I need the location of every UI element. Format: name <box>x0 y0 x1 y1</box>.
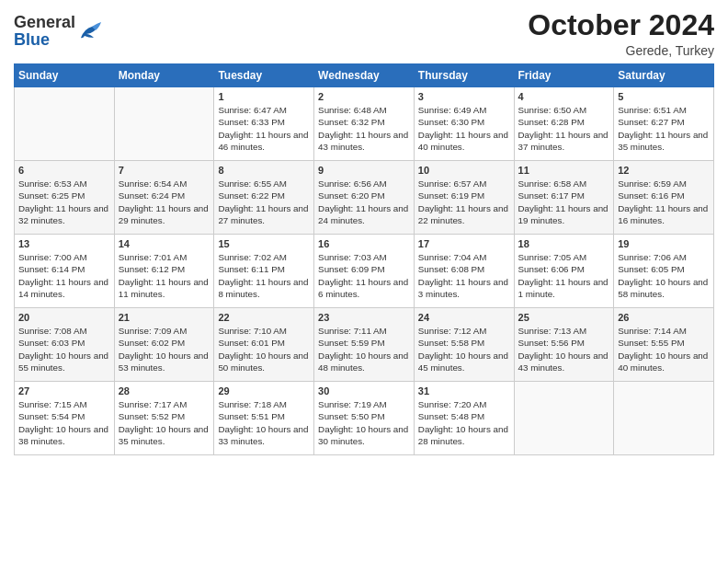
calendar-cell: 4Sunrise: 6:50 AMSunset: 6:28 PMDaylight… <box>514 87 614 161</box>
day-info: Sunrise: 6:51 AMSunset: 6:27 PMDaylight:… <box>618 104 710 153</box>
calendar-cell <box>15 87 115 161</box>
day-info: Sunrise: 7:10 AMSunset: 6:01 PMDaylight:… <box>218 325 310 373</box>
day-info: Sunrise: 7:19 AMSunset: 5:50 PMDaylight:… <box>318 398 410 447</box>
calendar-cell: 15Sunrise: 7:02 AMSunset: 6:11 PMDayligh… <box>214 235 314 308</box>
day-number: 30 <box>318 385 410 396</box>
day-info: Sunrise: 7:15 AMSunset: 5:54 PMDaylight:… <box>18 398 110 447</box>
calendar-cell <box>114 87 214 161</box>
calendar-cell: 23Sunrise: 7:11 AMSunset: 5:59 PMDayligh… <box>314 308 415 382</box>
calendar-cell: 9Sunrise: 6:56 AMSunset: 6:20 PMDaylight… <box>314 161 415 235</box>
calendar-cell: 17Sunrise: 7:04 AMSunset: 6:08 PMDayligh… <box>414 235 514 308</box>
day-info: Sunrise: 7:05 AMSunset: 6:06 PMDaylight:… <box>518 251 610 300</box>
day-info: Sunrise: 7:06 AMSunset: 6:05 PMDaylight:… <box>618 251 710 300</box>
day-number: 2 <box>318 91 410 102</box>
calendar-table: SundayMondayTuesdayWednesdayThursdayFrid… <box>14 63 714 455</box>
day-info: Sunrise: 6:59 AMSunset: 6:16 PMDaylight:… <box>618 178 710 226</box>
calendar-week-row: 6Sunrise: 6:53 AMSunset: 6:25 PMDaylight… <box>15 161 714 235</box>
day-number: 25 <box>518 312 610 323</box>
calendar-week-row: 13Sunrise: 7:00 AMSunset: 6:14 PMDayligh… <box>15 235 714 308</box>
weekday-header-saturday: Saturday <box>614 64 714 87</box>
day-info: Sunrise: 6:50 AMSunset: 6:28 PMDaylight:… <box>518 104 610 153</box>
calendar-cell: 20Sunrise: 7:08 AMSunset: 6:03 PMDayligh… <box>15 308 115 382</box>
day-info: Sunrise: 7:02 AMSunset: 6:11 PMDaylight:… <box>218 251 310 300</box>
calendar-cell: 18Sunrise: 7:05 AMSunset: 6:06 PMDayligh… <box>514 235 614 308</box>
day-info: Sunrise: 6:57 AMSunset: 6:19 PMDaylight:… <box>418 178 510 226</box>
day-info: Sunrise: 6:53 AMSunset: 6:25 PMDaylight:… <box>18 178 110 226</box>
day-info: Sunrise: 7:20 AMSunset: 5:48 PMDaylight:… <box>418 398 510 447</box>
title-block: October 2024 Gerede, Turkey <box>528 9 714 58</box>
calendar-cell: 25Sunrise: 7:13 AMSunset: 5:56 PMDayligh… <box>514 308 614 382</box>
title-location: Gerede, Turkey <box>528 43 714 58</box>
day-number: 20 <box>18 312 110 323</box>
calendar-cell <box>514 382 614 455</box>
weekday-header-monday: Monday <box>114 64 214 87</box>
day-number: 7 <box>119 165 210 176</box>
day-number: 3 <box>418 91 510 102</box>
day-number: 19 <box>618 238 710 249</box>
logo: General Blue <box>14 14 103 49</box>
calendar-cell: 24Sunrise: 7:12 AMSunset: 5:58 PMDayligh… <box>414 308 514 382</box>
calendar-cell: 7Sunrise: 6:54 AMSunset: 6:24 PMDaylight… <box>114 161 214 235</box>
calendar-cell: 1Sunrise: 6:47 AMSunset: 6:33 PMDaylight… <box>214 87 314 161</box>
day-number: 11 <box>518 165 610 176</box>
calendar-cell: 31Sunrise: 7:20 AMSunset: 5:48 PMDayligh… <box>414 382 514 455</box>
day-number: 5 <box>618 91 710 102</box>
calendar-cell: 10Sunrise: 6:57 AMSunset: 6:19 PMDayligh… <box>414 161 514 235</box>
calendar-cell: 11Sunrise: 6:58 AMSunset: 6:17 PMDayligh… <box>514 161 614 235</box>
calendar-cell: 26Sunrise: 7:14 AMSunset: 5:55 PMDayligh… <box>614 308 714 382</box>
day-info: Sunrise: 6:58 AMSunset: 6:17 PMDaylight:… <box>518 178 610 226</box>
logo-blue-text: Blue <box>14 30 50 49</box>
day-number: 27 <box>18 385 110 396</box>
calendar-cell: 19Sunrise: 7:06 AMSunset: 6:05 PMDayligh… <box>614 235 714 308</box>
logo-bird-icon <box>77 21 103 41</box>
calendar-cell: 2Sunrise: 6:48 AMSunset: 6:32 PMDaylight… <box>314 87 415 161</box>
calendar-cell <box>614 382 714 455</box>
day-number: 29 <box>218 385 310 396</box>
day-number: 15 <box>218 238 310 249</box>
calendar-cell: 6Sunrise: 6:53 AMSunset: 6:25 PMDaylight… <box>15 161 115 235</box>
weekday-header-row: SundayMondayTuesdayWednesdayThursdayFrid… <box>15 64 714 87</box>
day-number: 10 <box>418 165 510 176</box>
calendar-cell: 3Sunrise: 6:49 AMSunset: 6:30 PMDaylight… <box>414 87 514 161</box>
day-number: 8 <box>218 165 310 176</box>
day-info: Sunrise: 7:00 AMSunset: 6:14 PMDaylight:… <box>18 251 110 300</box>
day-info: Sunrise: 7:08 AMSunset: 6:03 PMDaylight:… <box>18 325 110 373</box>
day-number: 23 <box>318 312 410 323</box>
day-number: 17 <box>418 238 510 249</box>
day-number: 28 <box>119 385 210 396</box>
weekday-header-wednesday: Wednesday <box>314 64 415 87</box>
weekday-header-friday: Friday <box>514 64 614 87</box>
day-info: Sunrise: 7:17 AMSunset: 5:52 PMDaylight:… <box>119 398 210 447</box>
title-month: October 2024 <box>528 9 714 41</box>
calendar-cell: 12Sunrise: 6:59 AMSunset: 6:16 PMDayligh… <box>614 161 714 235</box>
day-number: 24 <box>418 312 510 323</box>
day-number: 1 <box>218 91 310 102</box>
calendar-cell: 29Sunrise: 7:18 AMSunset: 5:51 PMDayligh… <box>214 382 314 455</box>
calendar-cell: 13Sunrise: 7:00 AMSunset: 6:14 PMDayligh… <box>15 235 115 308</box>
day-number: 18 <box>518 238 610 249</box>
day-info: Sunrise: 6:48 AMSunset: 6:32 PMDaylight:… <box>318 104 410 153</box>
day-info: Sunrise: 7:14 AMSunset: 5:55 PMDaylight:… <box>618 325 710 373</box>
day-info: Sunrise: 7:04 AMSunset: 6:08 PMDaylight:… <box>418 251 510 300</box>
calendar-week-row: 20Sunrise: 7:08 AMSunset: 6:03 PMDayligh… <box>15 308 714 382</box>
calendar-cell: 30Sunrise: 7:19 AMSunset: 5:50 PMDayligh… <box>314 382 415 455</box>
day-info: Sunrise: 7:09 AMSunset: 6:02 PMDaylight:… <box>119 325 210 373</box>
calendar-cell: 8Sunrise: 6:55 AMSunset: 6:22 PMDaylight… <box>214 161 314 235</box>
calendar-cell: 16Sunrise: 7:03 AMSunset: 6:09 PMDayligh… <box>314 235 415 308</box>
day-info: Sunrise: 6:47 AMSunset: 6:33 PMDaylight:… <box>218 104 310 153</box>
day-info: Sunrise: 7:03 AMSunset: 6:09 PMDaylight:… <box>318 251 410 300</box>
day-info: Sunrise: 7:18 AMSunset: 5:51 PMDaylight:… <box>218 398 310 447</box>
day-info: Sunrise: 7:13 AMSunset: 5:56 PMDaylight:… <box>518 325 610 373</box>
day-info: Sunrise: 7:01 AMSunset: 6:12 PMDaylight:… <box>119 251 210 300</box>
header: General Blue October 2024 Gerede, Turkey <box>14 9 714 58</box>
day-info: Sunrise: 6:55 AMSunset: 6:22 PMDaylight:… <box>218 178 310 226</box>
calendar-cell: 22Sunrise: 7:10 AMSunset: 6:01 PMDayligh… <box>214 308 314 382</box>
weekday-header-tuesday: Tuesday <box>214 64 314 87</box>
calendar-cell: 5Sunrise: 6:51 AMSunset: 6:27 PMDaylight… <box>614 87 714 161</box>
calendar-cell: 27Sunrise: 7:15 AMSunset: 5:54 PMDayligh… <box>15 382 115 455</box>
day-info: Sunrise: 7:11 AMSunset: 5:59 PMDaylight:… <box>318 325 410 373</box>
day-number: 21 <box>119 312 210 323</box>
calendar-cell: 28Sunrise: 7:17 AMSunset: 5:52 PMDayligh… <box>114 382 214 455</box>
day-number: 22 <box>218 312 310 323</box>
logo-general-text: General <box>14 13 75 31</box>
